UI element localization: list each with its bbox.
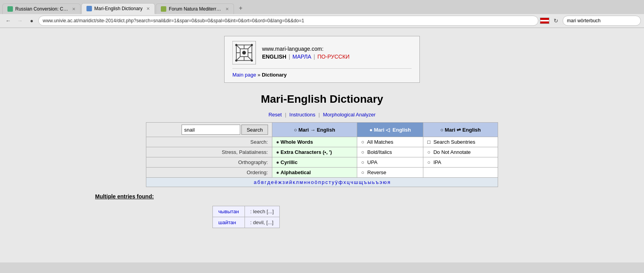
alpha-d[interactable]: д [267,179,270,185]
austria-flag-icon [540,18,549,24]
alpha-n1[interactable]: н [304,179,306,185]
alphabetical-cell[interactable]: ● Alphabetical [272,168,357,178]
alpha-sh[interactable]: ш [354,179,358,185]
reset-link[interactable]: Reset [268,112,282,118]
alpha-hb2[interactable]: ъ [376,179,379,185]
alpha-t[interactable]: т [329,179,331,185]
alpha-v[interactable]: в [261,179,264,185]
alpha-o-uml[interactable]: ö [315,179,317,185]
alpha-u-uml[interactable]: ÿ [335,179,338,185]
nav-bar: ← → ● ↻ [0,14,644,28]
search-input-cell: Search [146,123,272,137]
all-matches-label: All Matches [367,139,393,145]
alpha-soft[interactable]: ь [372,179,375,185]
alpha-yu[interactable]: ю [383,179,387,185]
alpha-eh[interactable]: э [380,179,382,185]
whole-words-cell[interactable]: ● Whole Words [272,137,357,147]
new-tab-button[interactable]: + [235,2,246,14]
alpha-yo[interactable]: ё [275,179,277,185]
alpha-u[interactable]: у [332,179,335,185]
direction-col2[interactable]: ● Mari ◁ English [357,123,423,137]
alpha-n2[interactable]: н [308,179,310,185]
alpha-f[interactable]: ф [338,179,343,185]
alpha-ch[interactable]: ч [351,179,353,185]
upa-cell[interactable]: ○ UPA [357,157,423,168]
tab-russian-conversion[interactable]: Russian Conversion: Cyrillic... ✕ [2,4,81,14]
alpha-m[interactable]: м [299,179,303,185]
direction-col1[interactable]: ○ Mari → English [272,123,357,137]
orthography-label: Orthography: [146,157,272,168]
tab-mari-english[interactable]: Mari-English Dictionary ✕ [81,3,155,14]
tab-label-1: Russian Conversion: Cyrillic... [15,6,68,12]
alpha-hb[interactable]: ъ [364,179,367,185]
do-not-annotate-cell[interactable]: ○ Do Not Annotate [423,147,498,157]
alpha-z[interactable]: з [282,179,285,185]
alpha-g[interactable]: г [264,179,266,185]
bold-italics-cell[interactable]: ○ Bold/Italics [357,147,423,157]
tab-icon-3 [161,6,166,12]
breadcrumb-main-link[interactable]: Main page [232,72,256,78]
alpha-x[interactable]: х [344,179,346,185]
alpha-ts[interactable]: ц [347,179,349,185]
search-input[interactable] [182,125,240,135]
refresh-button[interactable]: ↻ [551,16,561,26]
ipa-cell[interactable]: ○ IPA [423,157,498,168]
orthography-row: Orthography: ● Cyrillic ○ UPA ○ IPA [146,157,498,168]
ordering-row: Ordering: ● Alphabetical ○ Reverse [146,168,498,178]
alpha-zh[interactable]: ж [278,179,282,185]
location-button[interactable]: ● [27,16,37,26]
search-button[interactable]: Search [241,125,268,135]
tab-close-3[interactable]: ✕ [225,7,229,12]
all-matches-cell[interactable]: ○ All Matches [357,137,423,147]
result-word-2[interactable]: шайтан [213,217,245,228]
browser-search-input[interactable] [563,16,641,26]
whole-words-label: Whole Words [281,139,313,145]
alpha-j[interactable]: й [289,179,292,185]
tab-close-1[interactable]: ✕ [72,7,76,12]
extra-chars-cell[interactable]: ● Extra Characters (•, ') [272,147,357,157]
result-word-1[interactable]: чывытан [213,206,245,217]
alpha-s[interactable]: с [326,179,328,185]
alpha-l[interactable]: л [296,179,299,185]
alpha-y[interactable]: ы [368,179,371,185]
direction-col3[interactable]: ○ Mari ⇌ English [423,123,498,137]
search-subentries-label: Search Subentries [434,139,475,145]
morphological-link[interactable]: Morphological Analyzer [323,112,375,118]
svg-point-10 [236,60,237,61]
alpha-e[interactable]: е [271,179,274,185]
alpha-k[interactable]: к [293,179,295,185]
extra-chars-label: Extra Characters (•, ') [281,149,332,155]
cyrillic-cell[interactable]: ● Cyrillic [272,157,357,168]
alpha-b[interactable]: б [257,179,260,185]
back-button[interactable]: ← [3,16,13,26]
search-subentries-cell[interactable]: □ Search Subentries [423,137,498,147]
search-table: Search ○ Mari → English ● Mari ◁ English… [146,122,498,187]
reverse-cell[interactable]: ○ Reverse [357,168,423,178]
tab-close-2[interactable]: ✕ [146,6,150,11]
alpha-p[interactable]: п [318,179,321,185]
search-input-row: Search ○ Mari → English ● Mari ◁ English… [146,123,498,137]
alpha-a[interactable]: а [254,179,257,185]
breadcrumb-current: Dictionary [262,72,287,78]
lang-russian-link[interactable]: ПО-РУССКИ [317,54,349,60]
alpha-r[interactable]: р [322,179,324,185]
flag-stripe-bot [540,21,549,23]
url-input[interactable] [38,16,538,26]
result-row-1: чывытан : leech [...] [213,206,280,217]
result-def-1: : leech [...] [245,206,279,217]
site-url-label: www.mari-language.com: [262,46,324,52]
site-info: www.mari-language.com: ENGLISH | МАРЛА |… [262,46,412,60]
alpha-shch[interactable]: щ [359,179,363,185]
browser-chrome: Russian Conversion: Cyrillic... ✕ Mari-E… [0,0,644,28]
lang-marla-link[interactable]: МАРЛА [293,54,311,60]
ipa-label: IPA [434,159,441,165]
tab-forum-natura[interactable]: Forum Natura Mediterraneo... ✕ [156,4,234,14]
do-not-annotate-label: Do Not Annotate [434,149,471,155]
results-section: Multiple entries found: чывытан : leech … [87,193,557,228]
alpha-ya[interactable]: я [387,179,390,185]
instructions-link[interactable]: Instructions [290,112,315,118]
alpha-o[interactable]: о [311,179,314,185]
forward-button[interactable]: → [15,16,25,26]
svg-point-11 [251,60,253,61]
alpha-i[interactable]: и [286,179,288,185]
